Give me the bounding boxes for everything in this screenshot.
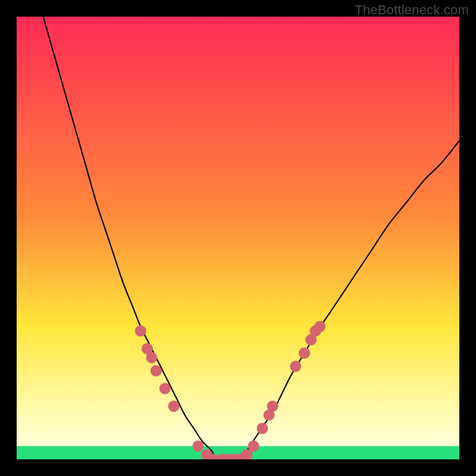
chart-svg (17, 17, 459, 459)
data-point-left (151, 365, 162, 377)
data-point-right (256, 422, 268, 434)
watermark-label: TheBottleneck.com (355, 2, 469, 18)
data-point-left (193, 440, 204, 452)
data-point-right (314, 321, 325, 332)
chart-background-gradient (17, 17, 459, 459)
data-point-left (159, 383, 171, 394)
data-point-left (135, 325, 146, 337)
data-point-right (290, 361, 301, 372)
data-point-right (299, 347, 310, 359)
data-point-left (168, 400, 180, 412)
data-point-right (248, 440, 259, 452)
chart-plot-area (17, 17, 459, 459)
data-point-right (267, 400, 278, 412)
data-point-left (146, 352, 157, 363)
